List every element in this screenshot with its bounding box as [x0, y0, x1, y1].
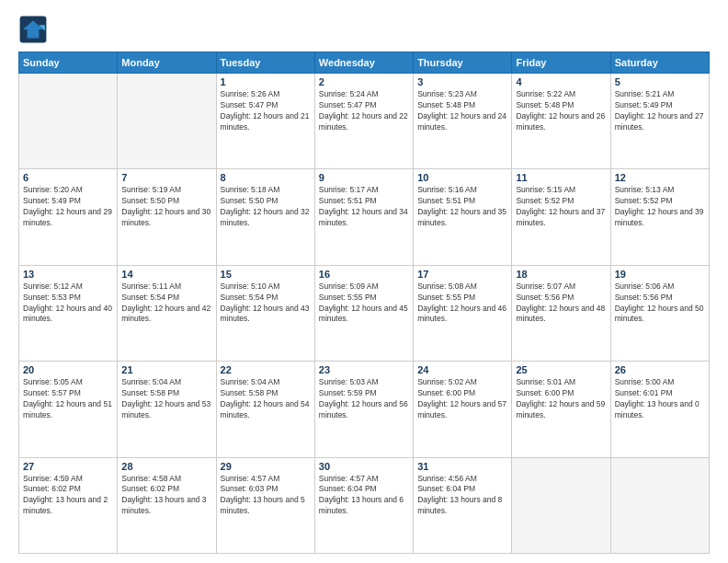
- day-info: Sunrise: 5:09 AMSunset: 5:55 PMDaylight:…: [319, 282, 409, 326]
- day-info: Sunrise: 5:26 AMSunset: 5:47 PMDaylight:…: [221, 89, 311, 133]
- day-number: 11: [516, 172, 606, 183]
- day-info: Sunrise: 5:23 AMSunset: 5:48 PMDaylight:…: [417, 89, 507, 133]
- calendar-table: SundayMondayTuesdayWednesdayThursdayFrid…: [18, 52, 710, 554]
- day-number: 14: [121, 269, 211, 280]
- day-info: Sunrise: 5:19 AMSunset: 5:50 PMDaylight:…: [121, 185, 211, 229]
- day-info: Sunrise: 4:57 AMSunset: 6:04 PMDaylight:…: [319, 474, 409, 518]
- day-number: 24: [417, 364, 507, 375]
- calendar-cell: 16Sunrise: 5:09 AMSunset: 5:55 PMDayligh…: [314, 265, 413, 361]
- weekday-header-friday: Friday: [512, 52, 610, 74]
- calendar-cell: [610, 457, 709, 553]
- day-info: Sunrise: 5:05 AMSunset: 5:57 PMDaylight:…: [23, 377, 113, 421]
- day-info: Sunrise: 4:59 AMSunset: 6:02 PMDaylight:…: [23, 474, 113, 518]
- calendar-cell: 15Sunrise: 5:10 AMSunset: 5:54 PMDayligh…: [216, 265, 314, 361]
- weekday-header-sunday: Sunday: [19, 52, 118, 74]
- day-info: Sunrise: 5:10 AMSunset: 5:54 PMDaylight:…: [221, 282, 311, 326]
- day-info: Sunrise: 5:24 AMSunset: 5:47 PMDaylight:…: [319, 89, 409, 133]
- calendar-cell: 24Sunrise: 5:02 AMSunset: 6:00 PMDayligh…: [414, 362, 512, 457]
- day-number: 31: [417, 461, 507, 472]
- day-info: Sunrise: 5:17 AMSunset: 5:51 PMDaylight:…: [319, 185, 409, 229]
- calendar-cell: 5Sunrise: 5:21 AMSunset: 5:49 PMDaylight…: [610, 74, 709, 169]
- weekday-header-saturday: Saturday: [610, 52, 709, 74]
- day-info: Sunrise: 5:18 AMSunset: 5:50 PMDaylight:…: [221, 185, 311, 229]
- calendar-cell: 3Sunrise: 5:23 AMSunset: 5:48 PMDaylight…: [414, 74, 512, 169]
- calendar-cell: 18Sunrise: 5:07 AMSunset: 5:56 PMDayligh…: [512, 265, 610, 361]
- day-number: 21: [121, 364, 211, 375]
- weekday-header-monday: Monday: [118, 52, 216, 74]
- calendar-cell: 2Sunrise: 5:24 AMSunset: 5:47 PMDaylight…: [314, 74, 413, 169]
- calendar-cell: 31Sunrise: 4:56 AMSunset: 6:04 PMDayligh…: [414, 457, 512, 553]
- weekday-header-thursday: Thursday: [414, 52, 512, 74]
- day-number: 16: [319, 269, 409, 280]
- calendar-cell: 12Sunrise: 5:13 AMSunset: 5:52 PMDayligh…: [610, 169, 709, 265]
- day-number: 13: [23, 269, 113, 280]
- day-number: 19: [615, 269, 705, 280]
- day-info: Sunrise: 4:56 AMSunset: 6:04 PMDaylight:…: [417, 474, 507, 518]
- week-row-1: 1Sunrise: 5:26 AMSunset: 5:47 PMDaylight…: [19, 74, 710, 169]
- day-number: 9: [319, 172, 409, 183]
- day-number: 30: [319, 461, 409, 472]
- calendar-cell: 26Sunrise: 5:00 AMSunset: 6:01 PMDayligh…: [610, 362, 709, 457]
- weekday-header-row: SundayMondayTuesdayWednesdayThursdayFrid…: [19, 52, 710, 74]
- calendar-cell: 30Sunrise: 4:57 AMSunset: 6:04 PMDayligh…: [314, 457, 413, 553]
- day-number: 10: [417, 172, 507, 183]
- day-info: Sunrise: 5:11 AMSunset: 5:54 PMDaylight:…: [121, 282, 211, 326]
- calendar-cell: 7Sunrise: 5:19 AMSunset: 5:50 PMDaylight…: [118, 169, 216, 265]
- calendar-cell: 11Sunrise: 5:15 AMSunset: 5:52 PMDayligh…: [512, 169, 610, 265]
- day-info: Sunrise: 4:57 AMSunset: 6:03 PMDaylight:…: [221, 474, 311, 518]
- day-info: Sunrise: 5:07 AMSunset: 5:56 PMDaylight:…: [516, 282, 606, 326]
- day-info: Sunrise: 5:20 AMSunset: 5:49 PMDaylight:…: [23, 185, 113, 229]
- logo: [18, 15, 51, 44]
- day-number: 18: [516, 269, 606, 280]
- day-number: 20: [23, 364, 113, 375]
- week-row-3: 13Sunrise: 5:12 AMSunset: 5:53 PMDayligh…: [19, 265, 710, 361]
- day-number: 23: [319, 364, 409, 375]
- calendar-cell: 9Sunrise: 5:17 AMSunset: 5:51 PMDaylight…: [314, 169, 413, 265]
- day-info: Sunrise: 5:08 AMSunset: 5:55 PMDaylight:…: [417, 282, 507, 326]
- day-info: Sunrise: 5:15 AMSunset: 5:52 PMDaylight:…: [516, 185, 606, 229]
- calendar-cell: [19, 74, 118, 169]
- calendar-cell: 14Sunrise: 5:11 AMSunset: 5:54 PMDayligh…: [118, 265, 216, 361]
- day-number: 25: [516, 364, 606, 375]
- calendar-cell: 29Sunrise: 4:57 AMSunset: 6:03 PMDayligh…: [216, 457, 314, 553]
- day-number: 2: [319, 76, 409, 87]
- week-row-5: 27Sunrise: 4:59 AMSunset: 6:02 PMDayligh…: [19, 457, 710, 553]
- day-info: Sunrise: 5:02 AMSunset: 6:00 PMDaylight:…: [417, 377, 507, 421]
- day-number: 26: [615, 364, 705, 375]
- day-info: Sunrise: 5:21 AMSunset: 5:49 PMDaylight:…: [615, 89, 705, 133]
- day-number: 6: [23, 172, 113, 183]
- calendar-cell: 21Sunrise: 5:04 AMSunset: 5:58 PMDayligh…: [118, 362, 216, 457]
- weekday-header-tuesday: Tuesday: [216, 52, 314, 74]
- calendar-cell: 19Sunrise: 5:06 AMSunset: 5:56 PMDayligh…: [610, 265, 709, 361]
- calendar-cell: [512, 457, 610, 553]
- day-info: Sunrise: 4:58 AMSunset: 6:02 PMDaylight:…: [121, 474, 211, 518]
- week-row-4: 20Sunrise: 5:05 AMSunset: 5:57 PMDayligh…: [19, 362, 710, 457]
- day-info: Sunrise: 5:03 AMSunset: 5:59 PMDaylight:…: [319, 377, 409, 421]
- page: SundayMondayTuesdayWednesdayThursdayFrid…: [0, 0, 728, 563]
- day-number: 3: [417, 76, 507, 87]
- day-info: Sunrise: 5:06 AMSunset: 5:56 PMDaylight:…: [615, 282, 705, 326]
- day-info: Sunrise: 5:04 AMSunset: 5:58 PMDaylight:…: [221, 377, 311, 421]
- weekday-header-wednesday: Wednesday: [314, 52, 413, 74]
- day-info: Sunrise: 5:13 AMSunset: 5:52 PMDaylight:…: [615, 185, 705, 229]
- calendar-cell: 25Sunrise: 5:01 AMSunset: 6:00 PMDayligh…: [512, 362, 610, 457]
- calendar-cell: 13Sunrise: 5:12 AMSunset: 5:53 PMDayligh…: [19, 265, 118, 361]
- calendar-cell: 20Sunrise: 5:05 AMSunset: 5:57 PMDayligh…: [19, 362, 118, 457]
- calendar-cell: 28Sunrise: 4:58 AMSunset: 6:02 PMDayligh…: [118, 457, 216, 553]
- day-number: 17: [417, 269, 507, 280]
- logo-icon: [18, 15, 48, 44]
- day-number: 28: [121, 461, 211, 472]
- day-info: Sunrise: 5:22 AMSunset: 5:48 PMDaylight:…: [516, 89, 606, 133]
- calendar-cell: [118, 74, 216, 169]
- day-info: Sunrise: 5:01 AMSunset: 6:00 PMDaylight:…: [516, 377, 606, 421]
- day-number: 8: [221, 172, 311, 183]
- calendar-cell: 8Sunrise: 5:18 AMSunset: 5:50 PMDaylight…: [216, 169, 314, 265]
- calendar-cell: 27Sunrise: 4:59 AMSunset: 6:02 PMDayligh…: [19, 457, 118, 553]
- week-row-2: 6Sunrise: 5:20 AMSunset: 5:49 PMDaylight…: [19, 169, 710, 265]
- calendar-cell: 6Sunrise: 5:20 AMSunset: 5:49 PMDaylight…: [19, 169, 118, 265]
- day-number: 5: [615, 76, 705, 87]
- calendar-cell: 4Sunrise: 5:22 AMSunset: 5:48 PMDaylight…: [512, 74, 610, 169]
- day-number: 1: [221, 76, 311, 87]
- header: [18, 15, 710, 44]
- day-info: Sunrise: 5:16 AMSunset: 5:51 PMDaylight:…: [417, 185, 507, 229]
